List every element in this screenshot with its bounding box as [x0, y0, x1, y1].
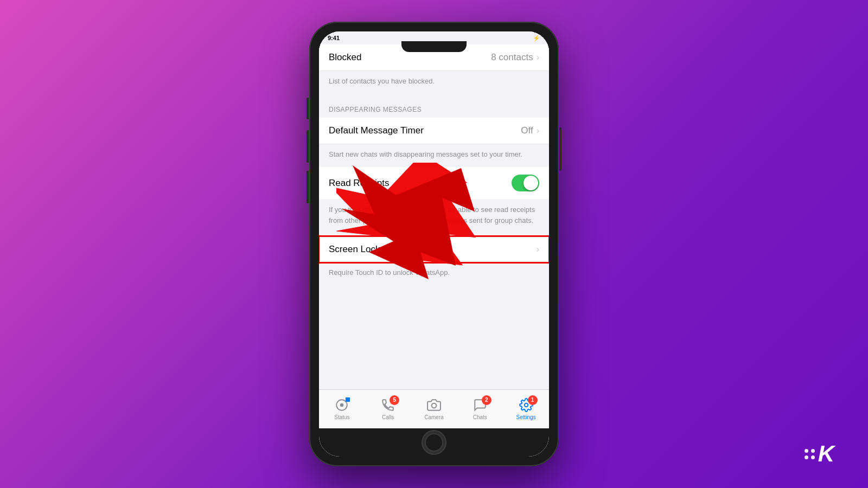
- tab-camera-label: Camera: [424, 414, 444, 420]
- disappearing-description: Start new chats with disappearing messag…: [319, 144, 549, 167]
- home-button-area: [319, 428, 549, 457]
- battery-signal: ⚡: [533, 35, 540, 42]
- chats-badge: 2: [482, 395, 492, 405]
- phone-screen: 9:41 ⚡ Blocked 8 contacts › List of cont…: [319, 31, 549, 457]
- silent-button: [307, 98, 309, 119]
- blocked-chevron-icon: ›: [537, 53, 539, 62]
- tab-chats[interactable]: 2 Chats: [457, 397, 503, 420]
- phone-body: 9:41 ⚡ Blocked 8 contacts › List of cont…: [309, 22, 559, 466]
- tab-status[interactable]: Status: [319, 397, 365, 420]
- tab-calls[interactable]: 5 Calls: [365, 397, 411, 420]
- notch: [401, 41, 467, 52]
- logo-dot-1: [805, 449, 808, 453]
- blocked-value: 8 contacts: [491, 52, 533, 63]
- calls-icon-wrap: 5: [380, 397, 396, 413]
- logo-watermark: K: [805, 442, 834, 465]
- logo-dot-3: [805, 455, 808, 459]
- screen-lock-row[interactable]: Screen Lock ›: [319, 236, 549, 262]
- toggle-knob: [524, 176, 538, 190]
- settings-badge: 1: [528, 395, 538, 405]
- chats-icon-wrap: 2: [472, 397, 488, 413]
- home-button[interactable]: [422, 430, 446, 455]
- default-timer-value: Off: [521, 125, 533, 136]
- settings-list: Blocked 8 contacts › List of contacts yo…: [319, 44, 549, 389]
- status-online-dot: [346, 397, 350, 402]
- screen-lock-chevron-icon: ›: [537, 245, 539, 254]
- svg-point-2: [342, 404, 342, 405]
- volume-up-button: [307, 130, 309, 163]
- tab-chats-label: Chats: [473, 414, 487, 420]
- read-receipts-row[interactable]: Read Receipts: [319, 167, 549, 199]
- tab-settings[interactable]: 1 Settings: [503, 397, 549, 420]
- logo-dot-2: [811, 449, 815, 453]
- time-display: 9:41: [328, 35, 340, 41]
- calls-badge: 5: [390, 395, 399, 405]
- default-timer-label: Default Message Timer: [329, 125, 521, 136]
- status-icon-wrap: [334, 397, 350, 413]
- disappearing-messages-header: DISAPPEARING MESSAGES: [319, 94, 549, 118]
- default-timer-row[interactable]: Default Message Timer Off ›: [319, 118, 549, 144]
- tab-camera[interactable]: Camera: [411, 397, 457, 420]
- read-receipts-toggle[interactable]: [512, 175, 539, 191]
- volume-down-button: [307, 171, 309, 203]
- home-button-inner: [425, 433, 443, 452]
- timer-chevron-icon: ›: [537, 126, 539, 136]
- tab-calls-label: Calls: [382, 414, 394, 420]
- tab-bar: Status 5 Calls: [319, 389, 549, 428]
- screen-content: 9:41 ⚡ Blocked 8 contacts › List of cont…: [319, 31, 549, 457]
- blocked-description: List of contacts you have blocked.: [319, 71, 549, 94]
- blocked-label: Blocked: [329, 52, 491, 63]
- logo-k-text: K: [818, 442, 834, 465]
- screen-lock-label: Screen Lock: [329, 244, 537, 255]
- settings-icon-wrap: 1: [518, 397, 534, 413]
- phone-device: 9:41 ⚡ Blocked 8 contacts › List of cont…: [309, 22, 559, 466]
- tab-settings-label: Settings: [516, 414, 536, 420]
- camera-icon-wrap: [426, 397, 442, 413]
- read-receipts-label: Read Receipts: [329, 178, 512, 189]
- svg-point-4: [524, 403, 528, 407]
- logo-dot-4: [811, 455, 815, 459]
- screen-lock-description: Require Touch ID to unlock WhatsApp.: [319, 262, 549, 285]
- power-button: [559, 127, 561, 171]
- tab-status-label: Status: [334, 414, 349, 420]
- svg-point-3: [432, 403, 437, 408]
- camera-icon: [427, 398, 441, 412]
- read-receipts-description: If you turn off read receipts, you won't…: [319, 199, 549, 233]
